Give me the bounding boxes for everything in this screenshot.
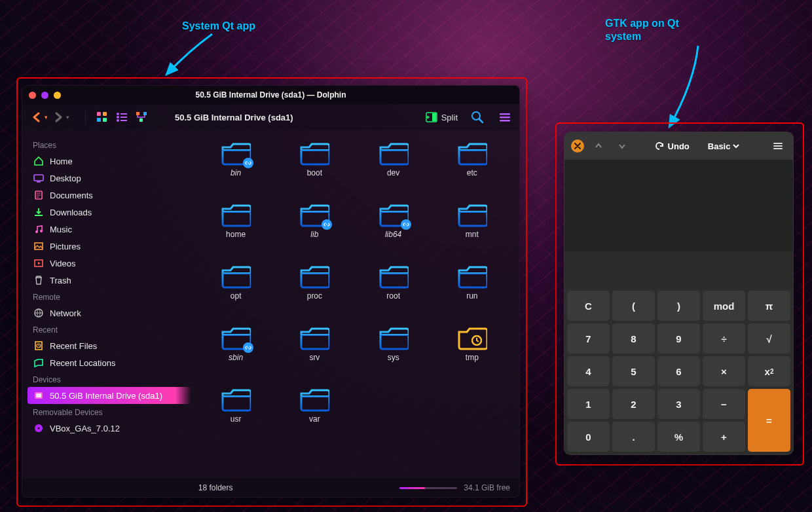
- calc-key[interactable]: 3: [657, 389, 700, 419]
- folder-grid[interactable]: binbootdevetchomeliblib64mntoptprocrootr…: [191, 130, 519, 479]
- folder-item[interactable]: sys: [354, 325, 433, 387]
- breadcrumb[interactable]: 50.5 GiB Internal Drive (sda1): [175, 113, 293, 122]
- folder-item[interactable]: root: [354, 264, 433, 325]
- svg-rect-11: [143, 112, 147, 115]
- folder-item[interactable]: boot: [275, 141, 354, 202]
- svg-rect-46: [223, 334, 251, 336]
- svg-rect-10: [136, 112, 139, 115]
- nav-back-dropdown[interactable]: ▾: [45, 114, 48, 120]
- calc-key[interactable]: π: [748, 291, 790, 321]
- calc-key[interactable]: C: [567, 291, 610, 321]
- nav-forward-button[interactable]: [50, 109, 66, 125]
- calc-key[interactable]: 9: [657, 323, 700, 354]
- sidebar-item[interactable]: Documents: [28, 187, 191, 204]
- nav-back-button[interactable]: [29, 109, 45, 125]
- calc-headerbar[interactable]: Undo Basic: [564, 132, 793, 160]
- folder-item[interactable]: proc: [275, 264, 354, 325]
- folder-item[interactable]: dev: [354, 141, 433, 202]
- calc-key[interactable]: −: [703, 389, 745, 419]
- folder-item[interactable]: sbin: [196, 325, 275, 387]
- annotation-arrow-left: [156, 31, 215, 80]
- svg-rect-17: [500, 117, 510, 119]
- calc-key[interactable]: x2: [748, 356, 790, 386]
- calc-close-button[interactable]: [571, 139, 584, 153]
- folder-item[interactable]: tmp: [433, 325, 511, 387]
- calc-key[interactable]: =: [748, 389, 790, 452]
- search-icon: [471, 111, 484, 124]
- folder-icon: [299, 387, 329, 412]
- sidebar-item[interactable]: Recent Locations: [28, 354, 191, 371]
- folder-item[interactable]: usr: [196, 387, 275, 448]
- sidebar-item[interactable]: Pictures: [28, 238, 191, 255]
- symlink-badge-icon: [243, 158, 253, 168]
- calc-key[interactable]: 8: [612, 323, 655, 354]
- calc-key[interactable]: 2: [612, 389, 655, 419]
- calc-key[interactable]: +: [703, 422, 745, 452]
- sidebar-item[interactable]: Recent Files: [28, 337, 191, 354]
- calc-key[interactable]: 7: [567, 323, 610, 354]
- search-button[interactable]: [470, 109, 485, 125]
- symlink-badge-icon: [401, 219, 411, 230]
- sidebar-item[interactable]: Network: [28, 304, 191, 321]
- sidebar-item[interactable]: Downloads: [28, 204, 191, 221]
- calc-key[interactable]: 6: [657, 356, 700, 386]
- folder-item[interactable]: opt: [196, 264, 275, 325]
- sidebar-item[interactable]: Desktop: [28, 170, 191, 187]
- folder-item[interactable]: bin: [196, 141, 275, 202]
- list-icon: [116, 111, 128, 123]
- folder-label: bin: [231, 168, 241, 177]
- chevron-down-icon: [733, 143, 739, 149]
- calc-key[interactable]: ): [657, 291, 700, 321]
- folder-item[interactable]: var: [275, 387, 354, 448]
- calc-menu-button[interactable]: [769, 137, 786, 155]
- calc-key[interactable]: ×: [703, 356, 745, 386]
- folder-item[interactable]: lib: [275, 202, 354, 264]
- calc-key[interactable]: ÷: [703, 323, 745, 354]
- folder-icon: [221, 264, 251, 289]
- undo-button[interactable]: Undo: [655, 141, 690, 151]
- calc-key[interactable]: √: [748, 323, 790, 354]
- calc-key[interactable]: (: [612, 291, 655, 321]
- folder-item[interactable]: lib64: [354, 202, 433, 264]
- sidebar-item-label: Network: [50, 308, 81, 318]
- calc-nav-down[interactable]: [613, 138, 631, 154]
- split-button[interactable]: Split: [426, 111, 458, 123]
- menu-button[interactable]: [497, 109, 513, 125]
- svg-rect-42: [223, 272, 251, 274]
- calc-key[interactable]: 4: [567, 356, 610, 386]
- calc-history[interactable]: [564, 160, 793, 251]
- sidebar-item[interactable]: Music: [28, 221, 191, 238]
- calc-nav-up[interactable]: [589, 138, 608, 154]
- sidebar-item[interactable]: Videos: [28, 255, 191, 272]
- folder-item[interactable]: run: [433, 264, 511, 325]
- folder-item[interactable]: srv: [275, 325, 354, 387]
- sidebar-item[interactable]: 50.5 GiB Internal Drive (sda1): [28, 387, 191, 404]
- calc-key[interactable]: 0: [567, 422, 610, 452]
- view-icons-button[interactable]: [94, 109, 111, 126]
- folder-icon: [378, 202, 409, 227]
- folder-item[interactable]: mnt: [433, 202, 511, 264]
- calc-key[interactable]: 5: [612, 356, 655, 386]
- folder-item[interactable]: home: [196, 202, 275, 264]
- close-icon: [574, 143, 581, 149]
- annotation-arrow-right: [663, 45, 709, 130]
- calc-entry[interactable]: [564, 251, 793, 288]
- nav-forward-dropdown[interactable]: ▾: [66, 114, 69, 120]
- folder-icon: [299, 202, 329, 227]
- mode-selector[interactable]: Basic: [708, 141, 740, 151]
- sidebar-item[interactable]: Trash: [28, 272, 191, 289]
- sidebar-item[interactable]: Home: [28, 153, 191, 170]
- calc-key[interactable]: %: [657, 422, 700, 452]
- calc-key[interactable]: mod: [703, 291, 745, 321]
- svg-rect-38: [223, 211, 251, 213]
- view-list-button[interactable]: [113, 109, 130, 126]
- titlebar[interactable]: 50.5 GiB Internal Drive (sda1) — Dolphin: [22, 86, 519, 104]
- grid-icon: [96, 111, 108, 123]
- view-tree-button[interactable]: [133, 109, 150, 126]
- calc-key[interactable]: 1: [567, 389, 610, 419]
- chevron-up-icon: [595, 142, 602, 150]
- folder-item[interactable]: etc: [433, 141, 511, 202]
- sidebar-header: Remote: [28, 289, 191, 304]
- sidebar-item[interactable]: VBox_GAs_7.0.12: [28, 420, 191, 437]
- calc-key[interactable]: .: [612, 422, 655, 452]
